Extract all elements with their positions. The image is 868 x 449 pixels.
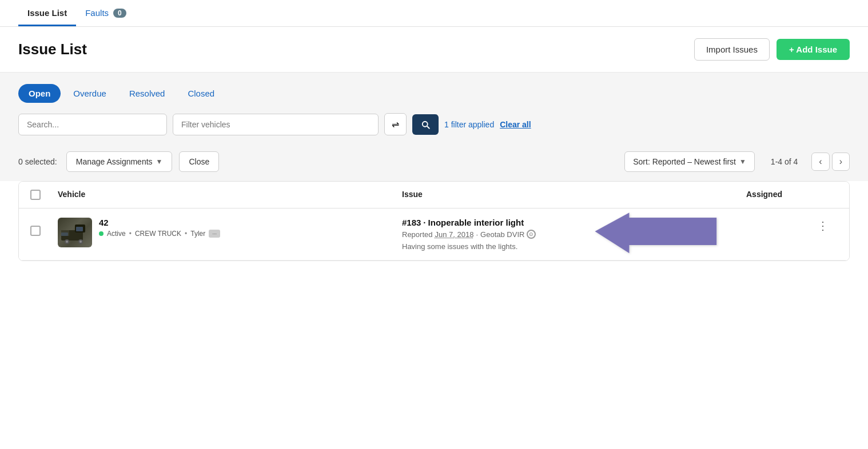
vehicle-name: 42: [99, 218, 220, 227]
truck-image-icon: [59, 220, 91, 245]
separator-1: •: [129, 230, 132, 238]
sort-label: Sort: Reported – Newest first: [633, 157, 736, 166]
filter-applied-text: 1 filter applied: [444, 120, 494, 129]
filter-section: Open Overdue Resolved Closed ⇌ 1 filter …: [0, 72, 868, 145]
status-tabs: Open Overdue Resolved Closed: [18, 84, 850, 103]
chat-icon[interactable]: ···: [209, 230, 220, 238]
row-checkbox-cell: [30, 218, 58, 236]
search-row: ⇌ 1 filter applied Clear all: [18, 113, 850, 135]
status-tab-overdue[interactable]: Overdue: [63, 84, 117, 103]
chevron-down-icon: ▼: [156, 158, 163, 166]
tab-issue-list-label: Issue List: [27, 8, 67, 18]
tab-faults[interactable]: Faults 0: [76, 0, 136, 26]
pagination-prev-button[interactable]: ‹: [811, 153, 829, 171]
add-issue-button[interactable]: + Add Issue: [777, 39, 850, 60]
reported-label: Reported: [402, 230, 432, 239]
issue-description: Having some issues with the lights.: [402, 242, 735, 251]
status-tab-closed[interactable]: Closed: [177, 84, 225, 103]
vehicle-image: [58, 218, 92, 247]
issue-title-row: #183 · Inoperable interior light: [402, 218, 735, 227]
search-button[interactable]: [412, 114, 439, 135]
search-icon: [420, 119, 431, 130]
filter-count: 1 filter: [444, 120, 466, 129]
filter-options-button[interactable]: ⇌: [384, 113, 407, 135]
close-issues-button[interactable]: Close: [179, 151, 219, 172]
issue-source: Geotab DVIR: [480, 230, 524, 239]
vehicle-meta: Active • CREW TRUCK • Tyler ···: [99, 230, 220, 238]
vehicle-driver: Tyler: [190, 230, 205, 238]
search-input[interactable]: [18, 114, 167, 135]
toolbar-section: 0 selected: Manage Assignments ▼ Close S…: [0, 145, 868, 181]
vehicle-cell: 42 Active • CREW TRUCK • Tyler ···: [58, 218, 402, 247]
active-status-dot: [99, 231, 103, 236]
col-assigned: Assigned: [746, 190, 815, 200]
issue-separator: ·: [423, 218, 428, 227]
vehicle-type: CREW TRUCK: [135, 230, 181, 238]
row-checkbox[interactable]: [30, 226, 41, 236]
issue-table: Vehicle Issue Assigned: [18, 181, 850, 261]
select-all-checkbox[interactable]: [30, 190, 41, 200]
svg-rect-7: [76, 227, 83, 231]
svg-point-4: [66, 240, 68, 243]
vehicle-info: 42 Active • CREW TRUCK • Tyler ···: [99, 218, 220, 238]
manage-assignments-button[interactable]: Manage Assignments ▼: [66, 151, 173, 172]
sort-chevron-icon: ▼: [739, 158, 746, 166]
select-all-checkbox-cell: [30, 190, 58, 200]
page-header: Issue List Import Issues + Add Issue: [0, 27, 868, 72]
vehicle-status: Active: [107, 230, 126, 238]
issue-date: Jun 7, 2018: [435, 230, 473, 239]
col-vehicle: Vehicle: [58, 190, 402, 200]
manage-assignments-label: Manage Assignments: [76, 157, 153, 166]
filter-suffix: applied: [466, 120, 494, 129]
issue-number: #183: [402, 218, 421, 227]
header-actions: Import Issues + Add Issue: [694, 38, 850, 61]
pagination-next-button[interactable]: ›: [832, 153, 850, 171]
dot-separator: ·: [476, 230, 478, 239]
vehicle-thumbnail: [58, 218, 92, 247]
table-header: Vehicle Issue Assigned: [19, 182, 849, 209]
row-menu-cell: ⋮: [815, 218, 838, 234]
import-issues-button[interactable]: Import Issues: [694, 38, 770, 61]
issue-title-text: Inoperable interior light: [428, 218, 524, 227]
faults-badge: 0: [113, 9, 126, 18]
separator-2: •: [185, 230, 187, 238]
dvir-icon: ⊙: [527, 230, 536, 239]
page-title: Issue List: [18, 41, 87, 58]
status-tab-resolved[interactable]: Resolved: [119, 84, 176, 103]
pagination-controls: ‹ ›: [811, 153, 850, 171]
tab-issue-list[interactable]: Issue List: [18, 0, 76, 26]
sort-dropdown[interactable]: Sort: Reported – Newest first ▼: [624, 151, 755, 172]
table-row: 42 Active • CREW TRUCK • Tyler ··· #183: [19, 209, 849, 260]
issue-meta: Reported Jun 7, 2018 · Geotab DVIR ⊙: [402, 230, 735, 239]
tab-bar: Issue List Faults 0: [0, 0, 868, 27]
issue-cell: #183 · Inoperable interior light Reporte…: [402, 218, 746, 251]
svg-rect-8: [61, 232, 68, 236]
selected-count-label: 0 selected:: [18, 157, 57, 166]
clear-all-button[interactable]: Clear all: [500, 120, 531, 129]
tab-faults-label: Faults: [85, 8, 109, 18]
col-issue: Issue: [402, 190, 746, 200]
pagination-info: 1-4 of 4: [771, 157, 798, 166]
col-actions: [815, 190, 838, 200]
page-wrapper: Issue List Faults 0 Issue List Import Is…: [0, 0, 868, 449]
svg-point-6: [79, 240, 82, 243]
status-tab-open[interactable]: Open: [18, 84, 61, 103]
filter-sliders-icon: ⇌: [392, 119, 399, 130]
row-menu-button[interactable]: ⋮: [815, 218, 831, 234]
filter-vehicles-input[interactable]: [173, 114, 379, 135]
